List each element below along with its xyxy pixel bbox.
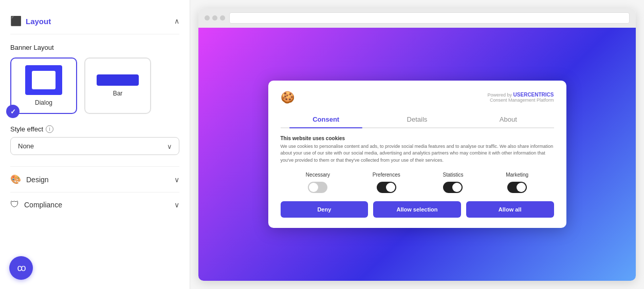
left-panel: ⬛ Layout ∧ Banner Layout ✓ Dialog Bar St… [0, 0, 190, 289]
design-section-left: 🎨 Design [10, 174, 49, 185]
style-effect-label-text: Style effect [10, 125, 43, 133]
browser-window: 🍪 Powered by USERCENTRICS Consent Manage… [198, 8, 636, 281]
toggle-necessary[interactable] [308, 182, 327, 193]
style-effect-select-wrapper: None ∨ [10, 137, 179, 155]
selected-check-badge: ✓ [6, 105, 20, 118]
dialog-preview-inner [32, 71, 56, 89]
bar-option-label: Bar [113, 90, 123, 97]
toggle-knob-statistics [452, 183, 462, 192]
cookie-logo-icon: 🍪 [281, 91, 295, 104]
toggle-statistics[interactable] [443, 182, 463, 193]
powered-by-text: Powered by [488, 92, 512, 98]
cookie-body-text: We use cookies to personalise content an… [281, 143, 554, 164]
shield-icon: 🛡 [10, 200, 19, 210]
compliance-section-left: 🛡 Compliance [10, 200, 62, 210]
browser-urlbar[interactable] [229, 12, 630, 24]
usercentrics-brand: Powered by USERCENTRICS Consent Manageme… [488, 92, 554, 103]
layout-section-header: ⬛ Layout ∧ [10, 10, 179, 34]
right-panel: 🍪 Powered by USERCENTRICS Consent Manage… [190, 0, 644, 289]
toggle-item-necessary: Necessary [306, 172, 330, 193]
browser-dot-red [205, 15, 210, 21]
co-icon: co [17, 263, 25, 274]
design-label: Design [26, 176, 49, 184]
style-effect-section: Style effect i None ∨ [10, 125, 179, 155]
usercentrics-name: USERCENTRICS [513, 92, 554, 98]
toggle-preferences[interactable] [377, 182, 396, 193]
layout-section-title-group: ⬛ Layout [10, 15, 51, 27]
compliance-chevron-icon: ∨ [174, 201, 179, 209]
banner-layout-label: Banner Layout [10, 44, 179, 51]
cookie-actions: Deny Allow selection Allow all [281, 201, 554, 218]
toggle-knob-necessary [309, 183, 318, 192]
design-chevron-icon: ∨ [174, 176, 179, 184]
toggle-marketing[interactable] [507, 182, 527, 193]
browser-dot-green [220, 15, 225, 21]
usercentrics-sub: Consent Management Platform [490, 98, 554, 103]
layout-title: Layout [26, 17, 51, 26]
toggle-label-preferences: Preferences [373, 172, 400, 178]
tab-details[interactable]: Details [372, 111, 463, 127]
dialog-option-label: Dialog [35, 99, 52, 106]
bar-preview [97, 74, 139, 86]
layout-collapse-icon[interactable]: ∧ [174, 17, 179, 25]
browser-chrome [198, 8, 636, 28]
toggle-item-marketing: Marketing [506, 172, 528, 193]
palette-icon: 🎨 [10, 174, 21, 185]
chevron-down-icon: ∨ [167, 142, 172, 150]
browser-content: 🍪 Powered by USERCENTRICS Consent Manage… [198, 28, 636, 281]
tab-consent[interactable]: Consent [281, 111, 372, 127]
dialog-preview [25, 65, 62, 95]
tab-about[interactable]: About [463, 111, 554, 127]
allow-all-button[interactable]: Allow all [466, 201, 554, 218]
toggle-knob-preferences [386, 183, 395, 192]
layout-option-bar[interactable]: Bar [84, 57, 151, 114]
toggle-item-statistics: Statistics [443, 172, 463, 193]
layout-icon: ⬛ [10, 15, 22, 27]
toggle-knob-marketing [517, 183, 526, 192]
toggle-item-preferences: Preferences [373, 172, 400, 193]
banner-layout-options: ✓ Dialog Bar [10, 57, 179, 114]
layout-option-dialog[interactable]: ✓ Dialog [10, 57, 77, 114]
cookie-tabs: Consent Details About [281, 111, 554, 128]
fab-button[interactable]: co [9, 256, 33, 280]
cookie-dialog-header: 🍪 Powered by USERCENTRICS Consent Manage… [281, 91, 554, 104]
toggle-label-statistics: Statistics [443, 172, 463, 178]
toggle-label-marketing: Marketing [506, 172, 528, 178]
style-effect-value: None [18, 142, 34, 150]
compliance-section-row[interactable]: 🛡 Compliance ∨ [10, 192, 179, 217]
browser-dot-yellow [212, 15, 217, 21]
compliance-label: Compliance [24, 201, 62, 209]
design-section-row[interactable]: 🎨 Design ∨ [10, 166, 179, 192]
style-effect-select[interactable]: None ∨ [10, 137, 179, 155]
cookie-dialog: 🍪 Powered by USERCENTRICS Consent Manage… [268, 81, 566, 228]
style-effect-label-row: Style effect i [10, 125, 179, 133]
cookie-body-title: This website uses cookies [281, 136, 554, 141]
deny-button[interactable]: Deny [281, 201, 369, 218]
style-effect-info-icon[interactable]: i [46, 125, 53, 133]
browser-dots [205, 15, 225, 21]
cookie-toggles: Necessary Preferences Statistics [281, 172, 554, 193]
toggle-label-necessary: Necessary [306, 172, 330, 178]
allow-selection-button[interactable]: Allow selection [373, 201, 461, 218]
